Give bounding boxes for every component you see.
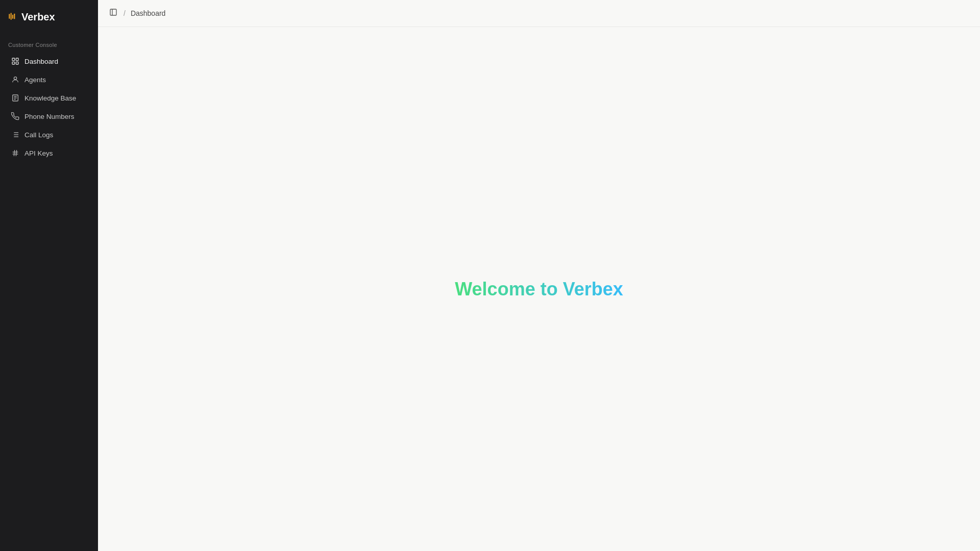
- svg-rect-6: [12, 62, 15, 64]
- sidebar-item-phone-numbers[interactable]: Phone Numbers: [3, 108, 95, 125]
- sidebar-item-phone-numbers-label: Phone Numbers: [24, 113, 75, 120]
- sidebar-item-knowledge-base-label: Knowledge Base: [24, 94, 76, 102]
- sidebar-item-dashboard[interactable]: Dashboard: [3, 53, 95, 70]
- svg-rect-7: [16, 62, 18, 64]
- page-content: Welcome to Verbex: [98, 27, 980, 551]
- breadcrumb-separator: /: [124, 9, 126, 17]
- main-content: / Dashboard Welcome to Verbex: [98, 0, 980, 551]
- svg-rect-5: [16, 58, 18, 61]
- sidebar-item-agents[interactable]: Agents: [3, 71, 95, 88]
- svg-rect-0: [9, 14, 10, 18]
- sidebar-item-knowledge-base[interactable]: Knowledge Base: [3, 89, 95, 107]
- svg-rect-4: [12, 58, 15, 61]
- svg-line-21: [14, 150, 14, 156]
- sidebar-item-api-keys[interactable]: API Keys: [3, 144, 95, 162]
- svg-rect-3: [14, 14, 15, 19]
- svg-rect-2: [12, 15, 13, 19]
- app-name: Verbex: [21, 11, 55, 23]
- call-logs-icon: [11, 131, 19, 139]
- sidebar-item-dashboard-label: Dashboard: [24, 58, 58, 65]
- sidebar-item-agents-label: Agents: [24, 76, 46, 84]
- sidebar-item-call-logs[interactable]: Call Logs: [3, 126, 95, 143]
- logo-area: Verbex: [0, 0, 98, 34]
- breadcrumb: Dashboard: [131, 9, 166, 17]
- knowledge-base-icon: [11, 94, 19, 102]
- dashboard-icon: [11, 57, 19, 65]
- logo-icon: [8, 10, 16, 23]
- topbar: / Dashboard: [98, 0, 980, 27]
- sidebar-item-api-keys-label: API Keys: [24, 149, 53, 157]
- svg-rect-1: [11, 13, 12, 19]
- svg-line-22: [16, 150, 16, 156]
- sidebar-section-label: Customer Console: [0, 34, 98, 52]
- sidebar-item-call-logs-label: Call Logs: [24, 131, 53, 139]
- phone-numbers-icon: [11, 112, 19, 120]
- agents-icon: [11, 76, 19, 84]
- welcome-heading: Welcome to Verbex: [455, 279, 623, 300]
- svg-point-8: [14, 77, 16, 80]
- svg-rect-23: [110, 9, 116, 15]
- api-keys-icon: [11, 149, 19, 157]
- sidebar: Verbex Customer Console Dashboard Agents: [0, 0, 98, 551]
- sidebar-toggle-button[interactable]: [108, 7, 118, 19]
